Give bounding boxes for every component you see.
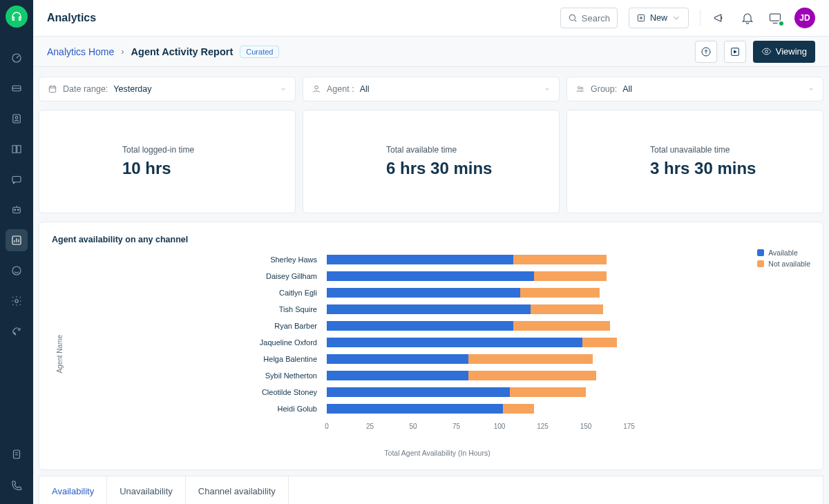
stat-label: Total unavailable time <box>650 145 809 155</box>
bar-track <box>327 404 638 414</box>
stat-label: Total logged-in time <box>122 145 281 155</box>
bar-segment <box>327 321 513 331</box>
bar-track <box>327 354 638 364</box>
filter-agent[interactable]: Agent : All <box>303 77 560 101</box>
sidebar-item-dashboard[interactable] <box>6 47 28 69</box>
user-avatar[interactable]: JD <box>794 8 815 28</box>
svg-point-9 <box>12 266 21 275</box>
sidebar-item-chat[interactable] <box>6 168 28 191</box>
bell-icon[interactable] <box>739 10 756 26</box>
bar-segment <box>327 354 468 364</box>
breadcrumb-separator: › <box>121 46 124 57</box>
present-button[interactable] <box>724 41 746 63</box>
sidebar-item-analytics[interactable] <box>6 229 28 251</box>
sidebar-item-contacts[interactable] <box>6 108 28 130</box>
breadcrumb-root[interactable]: Analytics Home <box>47 46 114 57</box>
svg-point-20 <box>315 86 318 89</box>
curated-badge: Curated <box>240 46 279 58</box>
chart-card: Agent availability on any channel Agent … <box>39 222 823 470</box>
tab-unavailability[interactable]: Unavailability <box>107 476 186 504</box>
bar-label: Jaqueline Oxford <box>64 338 327 347</box>
chart-bar-row: Cleotilde Stoney <box>64 384 810 400</box>
stat-value: 3 hrs 30 mins <box>650 159 809 178</box>
bar-track <box>327 288 638 298</box>
bar-segment <box>520 288 600 298</box>
bar-label: Ryan Barber <box>64 322 327 330</box>
bar-track <box>327 387 638 397</box>
search-icon <box>568 13 578 23</box>
x-axis-label: Total Agent Availability (In Hours) <box>64 449 810 457</box>
stat-value: 10 hrs <box>122 159 281 178</box>
export-button[interactable] <box>695 41 717 63</box>
chart-bar-row: Heidi Golub <box>64 400 810 417</box>
left-sidebar <box>0 0 33 504</box>
new-button[interactable]: New <box>629 8 689 28</box>
bar-label: Sybil Netherton <box>64 371 327 380</box>
svg-point-22 <box>581 87 583 89</box>
svg-point-21 <box>578 87 581 90</box>
svg-point-6 <box>15 209 16 211</box>
chart-bar-row: Sherley Haws <box>64 251 810 268</box>
svg-rect-15 <box>770 14 781 21</box>
bar-segment <box>327 304 531 314</box>
sidebar-item-social[interactable] <box>6 260 28 282</box>
filter-group[interactable]: Group: All <box>566 77 823 101</box>
tab-channel-availability[interactable]: Channel availability <box>186 476 289 504</box>
bar-track <box>327 255 638 264</box>
bar-segment <box>327 338 582 347</box>
sidebar-item-notes[interactable] <box>6 443 28 465</box>
bar-label: Helga Balentine <box>64 355 327 363</box>
y-axis-label: Agent Name <box>52 335 64 374</box>
bar-label: Tish Squire <box>64 305 327 313</box>
filter-date-range[interactable]: Date range: Yesterday <box>39 77 296 101</box>
chevron-down-icon <box>544 86 551 93</box>
svg-point-3 <box>15 117 18 119</box>
chart-bar-row: Jaqueline Oxford <box>64 334 810 351</box>
chevron-down-icon <box>671 13 681 23</box>
sidebar-item-phone[interactable] <box>6 474 28 496</box>
page-title: Agent Activity Report <box>131 46 234 57</box>
bar-label: Cleotilde Stoney <box>64 388 327 396</box>
bar-segment <box>468 354 593 364</box>
svg-point-10 <box>15 300 19 303</box>
search-input[interactable]: Search <box>560 8 618 28</box>
tab-availability[interactable]: Availability <box>39 476 107 504</box>
app-title: Analytics <box>47 12 96 24</box>
plus-icon <box>636 13 646 23</box>
bar-label: Caitlyn Egli <box>64 289 327 297</box>
bar-segment <box>531 304 603 314</box>
bar-segment <box>327 404 503 414</box>
chart-bar-row: Caitlyn Egli <box>64 284 810 301</box>
sidebar-item-settings[interactable] <box>6 290 28 312</box>
viewing-button[interactable]: Viewing <box>753 41 815 63</box>
bar-label: Heidi Golub <box>64 405 327 413</box>
bar-track <box>327 371 638 380</box>
app-logo[interactable] <box>6 6 28 28</box>
bar-segment <box>534 271 607 281</box>
svg-point-11 <box>18 329 20 331</box>
stat-label: Total available time <box>386 145 545 155</box>
eye-icon <box>761 46 772 57</box>
bar-segment <box>510 387 586 397</box>
svg-rect-12 <box>14 450 20 458</box>
chart-bar-row: Ryan Barber <box>64 318 810 334</box>
device-status-icon[interactable] <box>767 10 783 26</box>
bar-segment <box>503 404 534 414</box>
search-placeholder: Search <box>582 13 610 23</box>
chart-bar-row: Sybil Netherton <box>64 367 810 384</box>
bar-segment <box>327 387 510 397</box>
tabs: AvailabilityUnavailabilityChannel availa… <box>39 476 823 504</box>
stat-card: Total available time6 hrs 30 mins <box>303 110 560 213</box>
chart-bar-row: Daisey Gillham <box>64 268 810 284</box>
sidebar-item-knowledge[interactable] <box>6 138 28 160</box>
bar-segment <box>513 255 607 264</box>
bar-track <box>327 271 638 281</box>
stat-card: Total unavailable time3 hrs 30 mins <box>566 110 823 213</box>
announce-icon[interactable] <box>712 10 728 26</box>
svg-point-13 <box>569 14 575 20</box>
sidebar-item-tickets[interactable] <box>6 77 28 99</box>
sidebar-item-bot[interactable] <box>6 199 28 221</box>
sidebar-item-apps[interactable] <box>6 320 28 342</box>
stat-card: Total logged-in time10 hrs <box>39 110 296 213</box>
content-area: Date range: Yesterday Agent : All Group:… <box>33 67 829 504</box>
